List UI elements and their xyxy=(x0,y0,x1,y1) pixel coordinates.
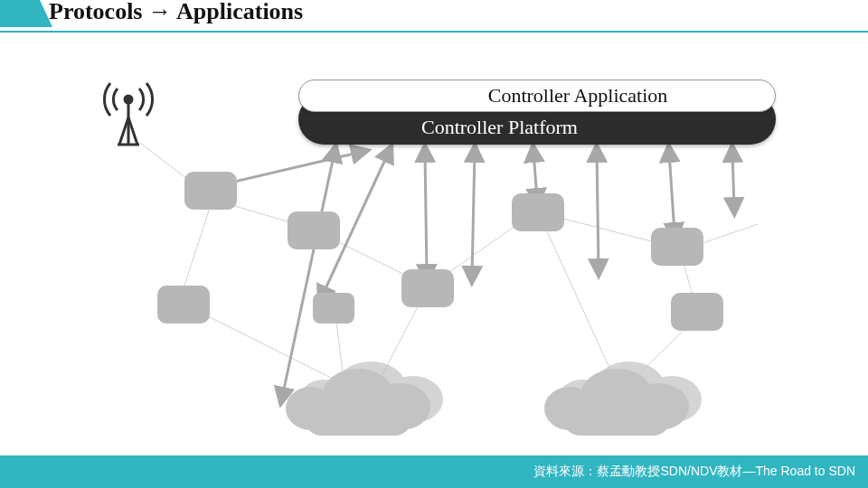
svg-line-16 xyxy=(472,152,475,277)
network-cloud-icon xyxy=(544,365,689,436)
router-node-icon xyxy=(401,269,454,307)
slide-title: Protocols → Applications xyxy=(49,0,303,25)
svg-line-13 xyxy=(215,152,362,186)
controller-application-block: Controller Application xyxy=(298,80,776,112)
svg-point-22 xyxy=(125,96,132,103)
svg-line-15 xyxy=(425,152,427,275)
controller-platform-label: Controller Platform xyxy=(421,116,578,139)
router-node-icon xyxy=(157,286,210,324)
svg-line-9 xyxy=(542,221,615,380)
controller-application-label: Controller Application xyxy=(488,84,668,108)
router-node-icon xyxy=(651,228,703,266)
router-node-icon xyxy=(512,193,564,231)
slide-root: Protocols → Applications xyxy=(0,0,868,488)
router-node-icon xyxy=(184,172,237,210)
network-cloud-icon xyxy=(286,365,430,436)
svg-line-19 xyxy=(669,152,675,233)
svg-line-17 xyxy=(533,152,537,199)
router-node-icon xyxy=(313,293,354,324)
footer-credit: 資料來源：蔡孟勳教授SDN/NDV教材—The Road to SDN xyxy=(533,464,855,480)
title-underline xyxy=(0,31,868,33)
title-accent-shape xyxy=(0,0,40,27)
svg-line-2 xyxy=(183,208,210,291)
svg-line-18 xyxy=(597,152,599,269)
footer-bar: 資料來源：蔡孟勳教授SDN/NDV教材—The Road to SDN xyxy=(0,455,868,488)
wireless-antenna-icon xyxy=(101,81,156,146)
title-bar: Protocols → Applications xyxy=(0,0,868,47)
svg-line-20 xyxy=(732,152,734,208)
router-node-icon xyxy=(671,293,723,331)
network-diagram: Controller Platform Controller Applicati… xyxy=(0,54,868,452)
router-node-icon xyxy=(288,211,340,249)
